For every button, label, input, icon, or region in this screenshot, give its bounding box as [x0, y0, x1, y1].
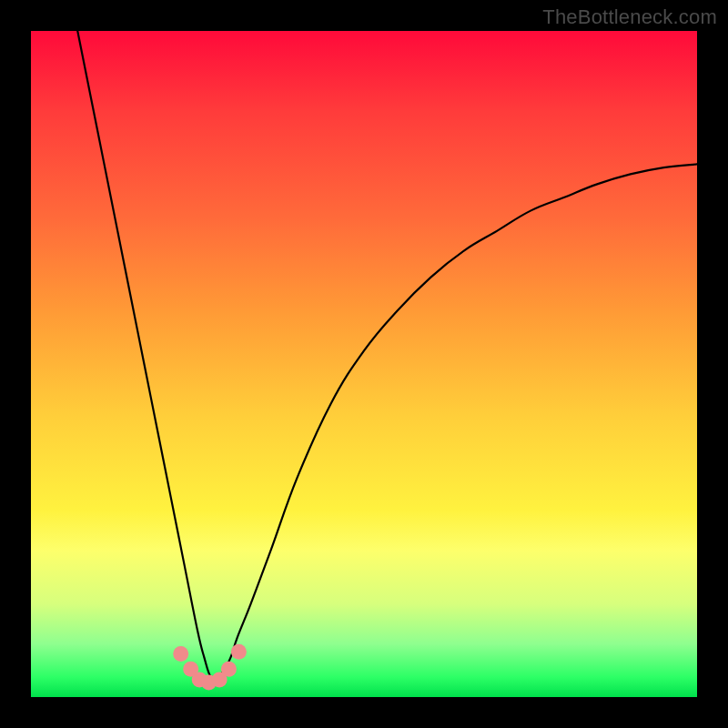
- curve-line: [77, 31, 697, 679]
- plot-area: [31, 31, 697, 697]
- marker-dot: [221, 662, 237, 677]
- marker-dot: [231, 644, 247, 660]
- marker-dot: [173, 646, 188, 662]
- chart-frame: TheBottleneck.com: [0, 0, 728, 728]
- marker-dots: [173, 644, 247, 691]
- chart-svg: [31, 31, 697, 697]
- watermark-text: TheBottleneck.com: [542, 5, 717, 29]
